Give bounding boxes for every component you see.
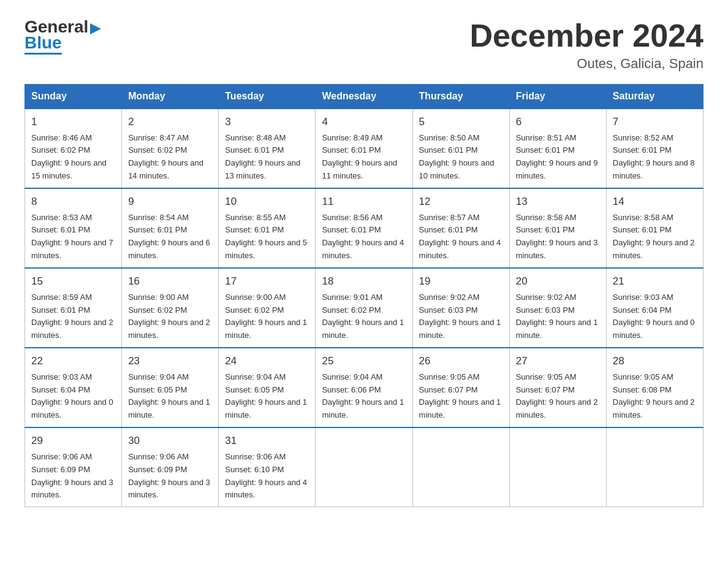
day-of-week-header: Thursday: [412, 85, 509, 109]
day-number: 16: [128, 274, 212, 289]
day-info: Sunrise: 9:02 AMSunset: 6:03 PMDaylight:…: [516, 293, 598, 340]
day-number: 15: [31, 274, 115, 289]
day-number: 24: [225, 353, 309, 369]
day-info: Sunrise: 8:55 AMSunset: 6:01 PMDaylight:…: [225, 213, 307, 261]
day-number: 4: [322, 114, 406, 130]
calendar-day-cell: [316, 427, 412, 507]
day-info: Sunrise: 8:47 AMSunset: 6:02 PMDaylight:…: [128, 133, 203, 181]
day-number: 20: [516, 274, 600, 289]
calendar-week-row: 29Sunrise: 9:06 AMSunset: 6:09 PMDayligh…: [25, 427, 703, 507]
day-number: 3: [225, 114, 309, 130]
day-info: Sunrise: 9:02 AMSunset: 6:03 PMDaylight:…: [419, 293, 501, 340]
calendar-day-cell: 13Sunrise: 8:58 AMSunset: 6:01 PMDayligh…: [509, 188, 606, 268]
calendar-week-row: 1Sunrise: 8:46 AMSunset: 6:02 PMDaylight…: [25, 109, 703, 188]
calendar-day-cell: 7Sunrise: 8:52 AMSunset: 6:01 PMDaylight…: [606, 109, 703, 188]
day-info: Sunrise: 9:03 AMSunset: 6:04 PMDaylight:…: [31, 372, 113, 420]
title-section: December 2024 Outes, Galicia, Spain: [469, 18, 703, 72]
calendar-day-cell: 20Sunrise: 9:02 AMSunset: 6:03 PMDayligh…: [509, 268, 606, 348]
calendar-day-cell: 18Sunrise: 9:01 AMSunset: 6:02 PMDayligh…: [316, 268, 412, 348]
day-info: Sunrise: 8:54 AMSunset: 6:01 PMDaylight:…: [128, 213, 210, 261]
calendar-day-cell: 2Sunrise: 8:47 AMSunset: 6:02 PMDaylight…: [122, 109, 219, 188]
day-number: 26: [419, 353, 503, 369]
calendar-day-cell: 14Sunrise: 8:58 AMSunset: 6:01 PMDayligh…: [606, 188, 703, 268]
calendar-day-cell: 28Sunrise: 9:05 AMSunset: 6:08 PMDayligh…: [606, 348, 703, 427]
day-number: 28: [613, 353, 697, 369]
calendar-title: December 2024: [469, 18, 703, 53]
day-number: 19: [419, 274, 503, 289]
day-number: 22: [31, 353, 115, 369]
day-number: 9: [128, 194, 212, 210]
calendar-day-cell: [412, 427, 509, 507]
day-info: Sunrise: 8:53 AMSunset: 6:01 PMDaylight:…: [31, 213, 113, 261]
day-number: 17: [225, 274, 309, 289]
day-number: 8: [31, 194, 115, 210]
day-info: Sunrise: 8:48 AMSunset: 6:01 PMDaylight:…: [225, 133, 300, 181]
calendar-day-cell: 6Sunrise: 8:51 AMSunset: 6:01 PMDaylight…: [509, 109, 606, 188]
day-number: 31: [225, 433, 309, 449]
day-info: Sunrise: 9:00 AMSunset: 6:02 PMDaylight:…: [128, 293, 210, 340]
calendar-table: SundayMondayTuesdayWednesdayThursdayFrid…: [25, 84, 703, 507]
day-info: Sunrise: 8:59 AMSunset: 6:01 PMDaylight:…: [31, 293, 113, 340]
calendar-subtitle: Outes, Galicia, Spain: [469, 56, 703, 72]
day-info: Sunrise: 9:01 AMSunset: 6:02 PMDaylight:…: [322, 293, 404, 340]
day-number: 5: [419, 114, 503, 130]
day-number: 23: [128, 353, 212, 369]
day-number: 14: [613, 194, 697, 210]
day-number: 27: [516, 353, 600, 369]
logo: General Blue: [25, 18, 101, 55]
day-number: 29: [31, 433, 115, 449]
calendar-day-cell: 29Sunrise: 9:06 AMSunset: 6:09 PMDayligh…: [25, 427, 122, 507]
calendar-week-row: 8Sunrise: 8:53 AMSunset: 6:01 PMDaylight…: [25, 188, 703, 268]
calendar-day-cell: 1Sunrise: 8:46 AMSunset: 6:02 PMDaylight…: [25, 109, 122, 188]
day-number: 21: [613, 274, 697, 289]
day-of-week-header: Monday: [122, 85, 219, 109]
day-info: Sunrise: 9:00 AMSunset: 6:02 PMDaylight:…: [225, 293, 307, 340]
calendar-day-cell: 24Sunrise: 9:04 AMSunset: 6:05 PMDayligh…: [219, 348, 316, 427]
calendar-day-cell: 21Sunrise: 9:03 AMSunset: 6:04 PMDayligh…: [606, 268, 703, 348]
calendar-day-cell: 8Sunrise: 8:53 AMSunset: 6:01 PMDaylight…: [25, 188, 122, 268]
day-of-week-header: Wednesday: [316, 85, 412, 109]
day-info: Sunrise: 9:04 AMSunset: 6:05 PMDaylight:…: [128, 372, 210, 420]
calendar-day-cell: 31Sunrise: 9:06 AMSunset: 6:10 PMDayligh…: [219, 427, 316, 507]
calendar-day-cell: 27Sunrise: 9:05 AMSunset: 6:07 PMDayligh…: [509, 348, 606, 427]
day-number: 25: [322, 353, 406, 369]
day-number: 11: [322, 194, 406, 210]
logo-blue-text: Blue: [25, 34, 62, 55]
day-info: Sunrise: 9:06 AMSunset: 6:09 PMDaylight:…: [31, 452, 113, 500]
calendar-day-cell: 3Sunrise: 8:48 AMSunset: 6:01 PMDaylight…: [219, 109, 316, 188]
calendar-day-cell: 19Sunrise: 9:02 AMSunset: 6:03 PMDayligh…: [412, 268, 509, 348]
day-info: Sunrise: 9:06 AMSunset: 6:09 PMDaylight:…: [128, 452, 210, 500]
calendar-day-cell: [606, 427, 703, 507]
calendar-day-cell: 12Sunrise: 8:57 AMSunset: 6:01 PMDayligh…: [412, 188, 509, 268]
day-number: 2: [128, 114, 212, 130]
day-of-week-header: Saturday: [606, 85, 703, 109]
page-header: General Blue December 2024 Outes, Galici…: [25, 18, 703, 72]
calendar-week-row: 15Sunrise: 8:59 AMSunset: 6:01 PMDayligh…: [25, 268, 703, 348]
day-info: Sunrise: 9:05 AMSunset: 6:07 PMDaylight:…: [419, 372, 501, 420]
day-info: Sunrise: 8:52 AMSunset: 6:01 PMDaylight:…: [613, 133, 695, 181]
day-number: 1: [31, 114, 115, 130]
day-info: Sunrise: 9:04 AMSunset: 6:06 PMDaylight:…: [322, 372, 404, 420]
calendar-day-cell: 25Sunrise: 9:04 AMSunset: 6:06 PMDayligh…: [316, 348, 412, 427]
day-info: Sunrise: 9:06 AMSunset: 6:10 PMDaylight:…: [225, 452, 307, 500]
calendar-day-cell: 17Sunrise: 9:00 AMSunset: 6:02 PMDayligh…: [219, 268, 316, 348]
day-number: 10: [225, 194, 309, 210]
day-info: Sunrise: 8:50 AMSunset: 6:01 PMDaylight:…: [419, 133, 495, 181]
svg-marker-0: [90, 23, 101, 34]
calendar-day-cell: 10Sunrise: 8:55 AMSunset: 6:01 PMDayligh…: [219, 188, 316, 268]
calendar-day-cell: 16Sunrise: 9:00 AMSunset: 6:02 PMDayligh…: [122, 268, 219, 348]
day-info: Sunrise: 8:56 AMSunset: 6:01 PMDaylight:…: [322, 213, 404, 261]
calendar-day-cell: 22Sunrise: 9:03 AMSunset: 6:04 PMDayligh…: [25, 348, 122, 427]
day-info: Sunrise: 8:46 AMSunset: 6:02 PMDaylight:…: [31, 133, 107, 181]
day-number: 18: [322, 274, 406, 289]
calendar-header-row: SundayMondayTuesdayWednesdayThursdayFrid…: [25, 85, 703, 109]
day-info: Sunrise: 8:49 AMSunset: 6:01 PMDaylight:…: [322, 133, 397, 181]
day-number: 6: [516, 114, 600, 130]
calendar-day-cell: 11Sunrise: 8:56 AMSunset: 6:01 PMDayligh…: [316, 188, 412, 268]
calendar-day-cell: 23Sunrise: 9:04 AMSunset: 6:05 PMDayligh…: [122, 348, 219, 427]
calendar-day-cell: 4Sunrise: 8:49 AMSunset: 6:01 PMDaylight…: [316, 109, 412, 188]
calendar-day-cell: 26Sunrise: 9:05 AMSunset: 6:07 PMDayligh…: [412, 348, 509, 427]
day-info: Sunrise: 8:51 AMSunset: 6:01 PMDaylight:…: [516, 133, 598, 181]
calendar-day-cell: [509, 427, 606, 507]
calendar-week-row: 22Sunrise: 9:03 AMSunset: 6:04 PMDayligh…: [25, 348, 703, 427]
